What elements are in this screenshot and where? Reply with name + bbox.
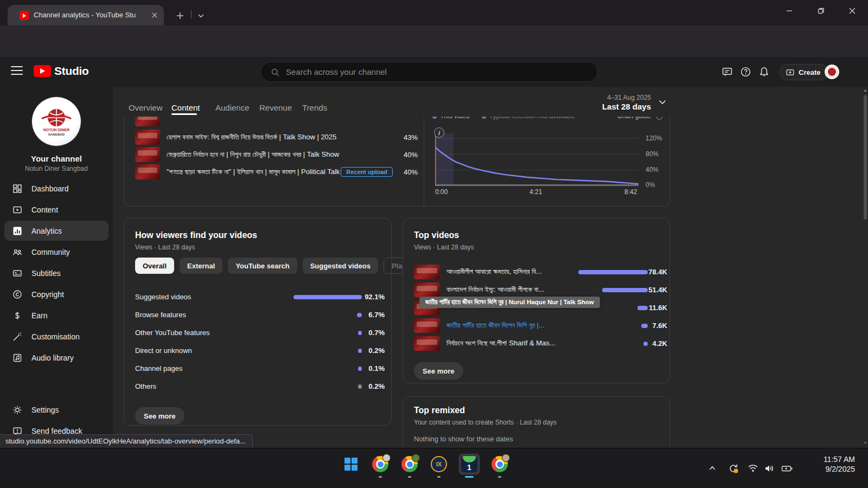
traffic-row-channel-pages[interactable]: Channel pages 0.1% <box>124 359 391 377</box>
retention-video-row[interactable]: হেলাল বনাম সাইফ: বিশ্ব রাজনীতি নিয়ে উত্… <box>124 129 424 146</box>
taskbar-chrome-1[interactable] <box>370 454 391 474</box>
tab-content[interactable]: Content <box>171 103 200 112</box>
video-thumbnail <box>135 117 160 126</box>
close-window-button[interactable] <box>837 0 868 22</box>
scrollbar-thumb[interactable] <box>864 95 867 220</box>
youtube-logo-icon[interactable] <box>34 65 51 77</box>
video-title-link[interactable]: জাতীয় পার্টির হাতে জীবন দিলেন ভিপি নুর … <box>446 321 577 330</box>
filter-chip-overall[interactable]: Overall <box>135 258 174 274</box>
video-title-link[interactable]: বাংলাদেশ নির্বাচন ইস্যু: আওয়ামী লীগকে ব… <box>446 285 577 294</box>
studio-wordmark[interactable]: Studio <box>54 65 89 78</box>
taskbar-clock[interactable]: 11:57 AM 9/2/2025 <box>795 454 855 474</box>
ix-app-icon: IX <box>431 456 447 472</box>
battery-icon[interactable] <box>781 463 792 474</box>
wifi-icon[interactable] <box>748 463 758 474</box>
top-videos-title: Top videos <box>414 230 459 240</box>
scrollbar-up-arrow[interactable]: ▲ <box>863 88 867 93</box>
chrome-icon <box>401 456 418 472</box>
taskbar-active-window[interactable]: 1 <box>459 454 480 474</box>
empty-state-text: Nothing to show for these dates <box>414 435 513 443</box>
see-more-button[interactable]: See more <box>135 407 184 425</box>
views-count: 51.4K <box>637 286 667 294</box>
tray-chevron-up-icon[interactable] <box>707 463 718 474</box>
tray-sync-icon[interactable] <box>728 463 739 474</box>
date-period-selector[interactable]: Last 28 days <box>542 102 651 111</box>
customisation-icon <box>12 331 23 342</box>
sidebar-item-settings[interactable]: Settings <box>0 399 113 420</box>
x-tick-end: 8:42 <box>624 188 637 196</box>
sidebar-item-earn[interactable]: Earn <box>0 305 113 326</box>
sidebar-item-copyright[interactable]: Copyright <box>0 284 113 305</box>
new-tab-button[interactable] <box>173 8 188 23</box>
video-title[interactable]: হেলাল বনাম সাইফ: বিশ্ব রাজনীতি নিয়ে উত্… <box>167 133 398 142</box>
traffic-row-suggested-videos[interactable]: Suggested videos 92.1% <box>124 288 391 306</box>
volume-icon[interactable] <box>764 463 775 474</box>
feedback-comment-icon[interactable] <box>722 66 733 78</box>
retention-video-row[interactable]: "গণতন্ত্র ছাড়া ক্ষমতা টিকে না" | ইলিয়া… <box>124 163 424 181</box>
chart-legend-clipped: This video Typical retention not availab… <box>424 117 670 121</box>
taskbar-chrome-3[interactable] <box>489 454 510 474</box>
filter-chip-youtube-search[interactable]: YouTube search <box>228 258 297 274</box>
taskbar-chrome-2[interactable] <box>399 454 420 474</box>
channel-avatar[interactable]: NOTUN DINER SANGBAD <box>32 97 81 146</box>
minimize-button[interactable] <box>774 0 805 22</box>
filter-chip-suggested-videos[interactable]: Suggested videos <box>303 258 378 274</box>
see-more-button[interactable]: See more <box>414 362 463 380</box>
tab-close-icon[interactable] <box>150 10 159 20</box>
tab-audience[interactable]: Audience <box>215 103 250 112</box>
retention-video-row[interactable]: ফেব্রুয়ারিতে নির্বাচন হবে না | নিপুন রা… <box>124 146 424 163</box>
help-icon[interactable] <box>740 66 752 78</box>
page-scrollbar[interactable]: ▲ ▼ <box>863 87 868 448</box>
tab-overview[interactable]: Overview <box>129 103 163 112</box>
tab-separator <box>191 10 192 18</box>
studio-search-bar[interactable] <box>260 62 598 82</box>
traffic-bar-slot <box>291 359 362 377</box>
running-indicator <box>379 476 382 478</box>
video-title-link[interactable]: নির্বাচনে অংশ নিছে আ.লীগ! Sharif & Mas..… <box>446 339 577 348</box>
create-button[interactable]: Create <box>780 64 828 80</box>
y-tick-80: 80% <box>646 150 667 158</box>
traffic-sources-card: How viewers find your videos Views · Las… <box>124 218 392 426</box>
chart-guide-label[interactable]: Chart guide <box>617 117 651 120</box>
chevron-down-icon[interactable] <box>659 100 666 105</box>
retention-info-icon[interactable]: i <box>434 127 444 138</box>
sidebar-item-customisation[interactable]: Customisation <box>0 326 113 347</box>
traffic-row-direct-or-unknown[interactable]: Direct or unknown 0.2% <box>124 342 391 359</box>
traffic-row-other-youtube-features[interactable]: Other YouTube features 0.7% <box>124 324 391 342</box>
top-video-row-1[interactable]: আওয়ামীলীগ আবারো ক্ষমতায়, হাসিনার বি...… <box>403 263 669 281</box>
scrollbar-down-arrow[interactable]: ▼ <box>863 440 867 446</box>
top-video-row-4[interactable]: জাতীয় পার্টির হাতে জীবন দিলেন ভিপি নুর … <box>403 317 669 335</box>
notifications-bell-icon[interactable] <box>758 66 770 78</box>
retention-plot[interactable] <box>435 133 639 185</box>
filter-chip-external[interactable]: External <box>180 258 222 274</box>
top-remixed-card: Top remixed Your content used to create … <box>403 396 670 448</box>
tab-revenue[interactable]: Revenue <box>259 103 292 112</box>
taskbar-ix-app[interactable]: IX <box>429 454 449 474</box>
video-title-link[interactable]: আওয়ামীলীগ আবারো ক্ষমতায়, হাসিনার বি... <box>446 267 577 276</box>
views-count: 78.4K <box>637 268 667 276</box>
sidebar-item-subtitles[interactable]: Subtitles <box>0 262 113 284</box>
traffic-row-browse-features[interactable]: Browse features 6.7% <box>124 306 391 324</box>
top-video-row-5[interactable]: নির্বাচনে অংশ নিছে আ.লীগ! Sharif & Mas..… <box>403 335 669 352</box>
hamburger-menu-icon[interactable] <box>11 66 23 75</box>
browser-tab-channel-analytics[interactable]: Channel analytics - YouTube Stu <box>8 5 164 25</box>
sidebar-item-dashboard[interactable]: Dashboard <box>0 178 113 199</box>
tab-search-chevron-icon[interactable] <box>194 8 208 23</box>
windows-desktop: Channel analytics - YouTube Stu <box>0 0 868 488</box>
sidebar-item-analytics[interactable]: Analytics <box>0 220 113 241</box>
sidebar-item-audio-library[interactable]: Audio library <box>0 347 113 368</box>
x-tick-mid: 4:21 <box>529 188 542 196</box>
chart-guide-info-icon[interactable] <box>656 117 662 120</box>
start-button[interactable] <box>341 454 361 474</box>
traffic-row-others[interactable]: Others 0.2% <box>124 377 391 395</box>
tab-title-fade <box>133 5 148 25</box>
tab-trends[interactable]: Trends <box>302 103 327 112</box>
traffic-source-label: Direct or unknown <box>135 346 192 355</box>
video-title[interactable]: ফেব্রুয়ারিতে নির্বাচন হবে না | নিপুন রা… <box>167 150 398 159</box>
account-avatar[interactable] <box>825 65 839 79</box>
restore-button[interactable] <box>805 0 837 22</box>
search-input[interactable] <box>286 62 579 81</box>
sidebar-item-content[interactable]: Content <box>0 199 113 220</box>
video-title[interactable]: "গণতন্ত্র ছাড়া ক্ষমতা টিকে না" | ইলিয়া… <box>167 168 341 176</box>
sidebar-item-community[interactable]: Community <box>0 241 113 262</box>
